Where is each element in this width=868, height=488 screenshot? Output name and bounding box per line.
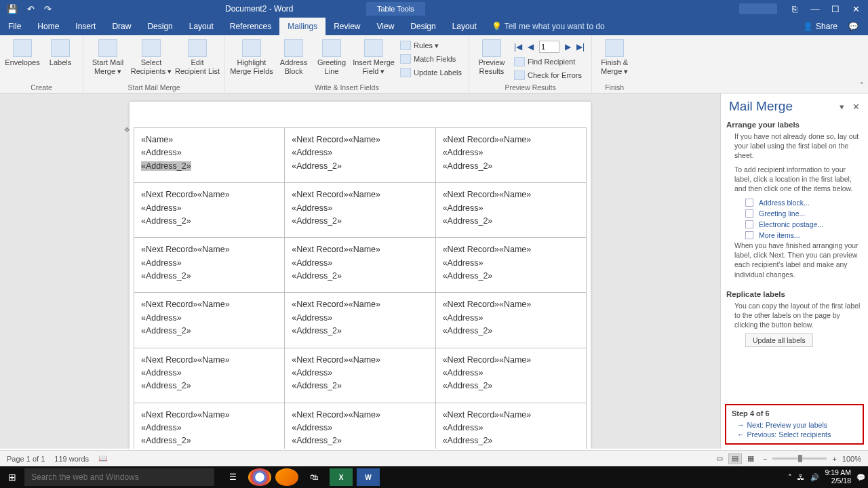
address-block-button[interactable]: Address Block xyxy=(275,38,312,75)
tray-overflow-icon[interactable]: ˄ xyxy=(788,473,792,481)
greeting-line-button[interactable]: Greeting Line xyxy=(313,38,350,75)
prev-record-icon[interactable]: ◀ xyxy=(528,42,534,52)
edit-recip-label: Edit Recipient List xyxy=(175,58,220,75)
tab-review[interactable]: Review xyxy=(326,18,368,35)
label-cell[interactable]: «Next Record»«Name»«Address»«Address_2» xyxy=(134,348,285,403)
label-cell[interactable]: «Next Record»«Name»«Address»«Address_2» xyxy=(435,238,586,293)
electronic-postage-link[interactable]: Electronic postage... xyxy=(726,219,863,230)
find-recipient-button[interactable]: Find Recipient xyxy=(511,56,587,68)
edit-recipient-list-button[interactable]: Edit Recipient List xyxy=(174,38,220,75)
table-anchor-icon[interactable]: ✥ xyxy=(124,126,130,134)
finish-merge-button[interactable]: Finish & Merge ▾ xyxy=(596,38,633,75)
store-icon[interactable]: 🛍 xyxy=(302,468,326,486)
label-cell[interactable]: «Next Record»«Name»«Address»«Address_2» xyxy=(134,238,285,293)
notifications-icon[interactable]: 💬 xyxy=(856,473,865,482)
highlight-merge-fields-button[interactable]: Highlight Merge Fields xyxy=(229,38,274,75)
label-cell[interactable]: «Next Record»«Name»«Address»«Address_2» xyxy=(285,238,435,293)
tab-view[interactable]: View xyxy=(369,18,403,35)
start-mail-merge-button[interactable]: Start Mail Merge ▾ xyxy=(87,38,128,75)
volume-icon[interactable]: 🔊 xyxy=(810,473,819,482)
network-icon[interactable]: 🖧 xyxy=(797,473,805,481)
labels-table[interactable]: «Name»«Address»«Address_2»«Next Record»«… xyxy=(134,127,587,449)
last-record-icon[interactable]: ▶| xyxy=(576,42,585,52)
chrome-icon[interactable] xyxy=(248,468,271,486)
update-labels-button[interactable]: Update Labels xyxy=(397,66,465,79)
address-block-link[interactable]: Address block... xyxy=(726,197,863,208)
user-account[interactable] xyxy=(739,3,777,14)
tab-table-layout[interactable]: Layout xyxy=(444,18,485,35)
maximize-icon[interactable]: ☐ xyxy=(827,4,844,14)
save-icon[interactable]: 💾 xyxy=(7,4,18,14)
clock[interactable]: 9:19 AM 2/5/18 xyxy=(825,469,851,485)
redo-icon[interactable]: ↷ xyxy=(44,4,52,14)
label-cell[interactable]: «Next Record»«Name»«Address»«Address_2» xyxy=(285,128,435,183)
page[interactable]: ✥ «Name»«Address»«Address_2»«Next Record… xyxy=(130,102,591,449)
tab-layout[interactable]: Layout xyxy=(181,18,222,35)
windows-search-input[interactable] xyxy=(24,468,214,486)
label-cell[interactable]: «Next Record»«Name»«Address»«Address_2» xyxy=(134,183,285,238)
label-cell[interactable]: «Next Record»«Name»«Address»«Address_2» xyxy=(435,348,586,403)
greeting-line-link[interactable]: Greeting line... xyxy=(726,208,863,219)
task-view-icon[interactable]: ☰ xyxy=(221,468,244,486)
group-write-insert: Highlight Merge Fields Address Block Gre… xyxy=(225,35,469,93)
label-cell[interactable]: «Name»«Address»«Address_2» xyxy=(134,128,285,183)
tab-draw[interactable]: Draw xyxy=(104,18,139,35)
tab-insert[interactable]: Insert xyxy=(67,18,104,35)
share-button[interactable]: 👤 Share xyxy=(803,22,837,31)
next-step-link[interactable]: →Next: Preview your labels xyxy=(732,420,857,430)
label-cell[interactable]: «Next Record»«Name»«Address»«Address_2» xyxy=(285,403,435,449)
labels-button[interactable]: Labels xyxy=(42,38,79,67)
zoom-slider[interactable] xyxy=(772,458,827,460)
close-icon[interactable]: ✕ xyxy=(848,4,864,14)
tab-home[interactable]: Home xyxy=(29,18,67,35)
check-errors-button[interactable]: Check for Errors xyxy=(511,69,587,81)
start-button[interactable]: ⊞ xyxy=(0,472,24,483)
label-cell[interactable]: «Next Record»«Name»«Address»«Address_2» xyxy=(435,183,586,238)
tab-design[interactable]: Design xyxy=(139,18,180,35)
preview-results-button[interactable]: Preview Results xyxy=(473,38,510,75)
select-recipients-button[interactable]: Select Recipients ▾ xyxy=(130,38,173,75)
label-cell[interactable]: «Next Record»«Name»«Address»«Address_2» xyxy=(285,348,435,403)
label-cell[interactable]: «Next Record»«Name»«Address»«Address_2» xyxy=(285,183,435,238)
first-record-icon[interactable]: |◀ xyxy=(514,42,522,52)
label-cell[interactable]: «Next Record»«Name»«Address»«Address_2» xyxy=(134,293,285,348)
label-cell[interactable]: «Next Record»«Name»«Address»«Address_2» xyxy=(285,293,435,348)
word-icon[interactable]: W xyxy=(357,468,380,486)
label-cell[interactable]: «Next Record»«Name»«Address»«Address_2» xyxy=(435,128,586,183)
zoom-out-icon[interactable]: − xyxy=(763,455,767,463)
label-cell[interactable]: «Next Record»«Name»«Address»«Address_2» xyxy=(134,403,285,449)
envelopes-button[interactable]: Envelopes xyxy=(4,38,41,67)
record-number-input[interactable] xyxy=(539,41,559,53)
tab-references[interactable]: References xyxy=(222,18,279,35)
word-count[interactable]: 119 words xyxy=(54,455,89,463)
label-cell[interactable]: «Next Record»«Name»«Address»«Address_2» xyxy=(435,403,586,449)
update-all-labels-button[interactable]: Update all labels xyxy=(745,333,813,347)
excel-icon[interactable]: X xyxy=(330,468,353,486)
pane-close-icon[interactable]: ✕ xyxy=(852,102,860,112)
label-cell[interactable]: «Next Record»«Name»«Address»«Address_2» xyxy=(435,293,586,348)
minimize-icon[interactable]: — xyxy=(807,4,823,14)
insert-merge-field-button[interactable]: Insert Merge Field ▾ xyxy=(351,38,396,75)
more-items-link[interactable]: More items... xyxy=(726,230,863,241)
match-fields-button[interactable]: Match Fields xyxy=(397,53,465,65)
read-mode-icon[interactable]: ▭ xyxy=(713,453,726,464)
comments-icon[interactable]: 💬 xyxy=(848,22,859,31)
firefox-icon[interactable] xyxy=(275,468,298,486)
page-indicator[interactable]: Page 1 of 1 xyxy=(7,455,45,463)
zoom-in-icon[interactable]: + xyxy=(832,455,836,463)
zoom-level[interactable]: 100% xyxy=(842,455,861,463)
undo-icon[interactable]: ↶ xyxy=(27,4,35,14)
pane-options-icon[interactable]: ▾ xyxy=(840,102,844,112)
spellcheck-icon[interactable]: 📖 xyxy=(98,454,108,463)
collapse-ribbon-icon[interactable]: ˄ xyxy=(860,81,864,90)
tab-file[interactable]: File xyxy=(0,18,29,35)
tell-me[interactable]: 💡 Tell me what you want to do xyxy=(485,18,605,35)
next-record-icon[interactable]: ▶ xyxy=(565,42,571,52)
prev-step-link[interactable]: ←Previous: Select recipients xyxy=(732,430,857,439)
ribbon-options-icon[interactable]: ⎘ xyxy=(787,4,803,14)
web-layout-icon[interactable]: ▦ xyxy=(744,453,757,464)
rules-button[interactable]: Rules ▾ xyxy=(397,39,465,52)
tab-mailings[interactable]: Mailings xyxy=(279,18,326,35)
print-layout-icon[interactable]: ▤ xyxy=(728,453,742,464)
tab-table-design[interactable]: Design xyxy=(402,18,443,35)
